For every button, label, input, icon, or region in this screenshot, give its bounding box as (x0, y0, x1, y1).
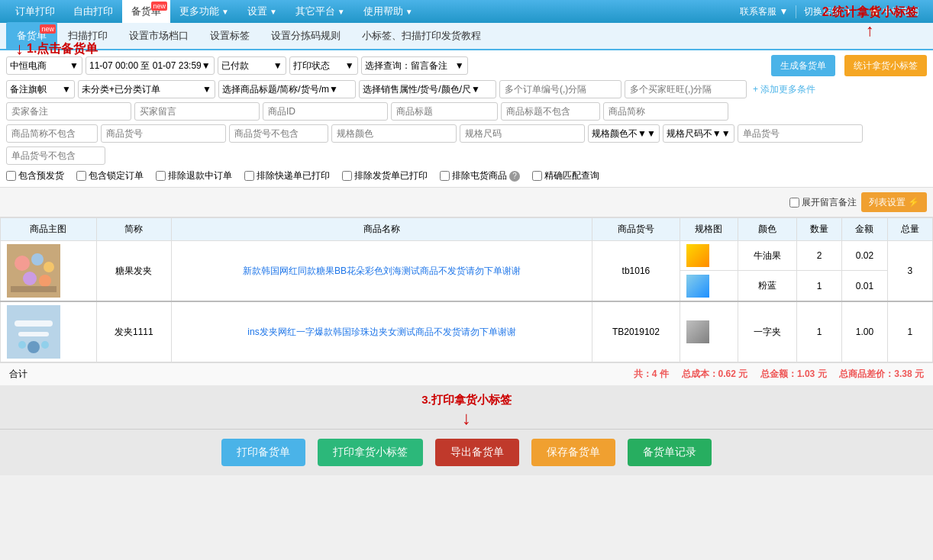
total-amount: 总金额：1.03 元 (760, 369, 827, 379)
subnav-stock-list[interactable]: 备货单 new (6, 22, 57, 50)
stock-record-btn[interactable]: 备货单记录 (628, 439, 712, 466)
add-condition-link[interactable]: + 添加更多条件 (753, 83, 815, 96)
svg-rect-8 (15, 320, 53, 327)
short-name-exclude-input[interactable] (6, 124, 98, 143)
col-color: 颜色 (738, 218, 797, 241)
product-1-spec-2-color: 粉蓝 (738, 271, 797, 301)
subnav-new-badge: new (40, 24, 56, 34)
subnav-label-settings[interactable]: 设置标签 (199, 22, 260, 50)
nav-more-functions[interactable]: 更多功能 ▼ (170, 0, 238, 23)
product-id-input[interactable] (263, 102, 388, 121)
subnav-tutorial[interactable]: 小标签、扫描打印发货教程 (351, 22, 492, 50)
subnav-market-settings[interactable]: 设置市场档口 (118, 22, 199, 50)
nav-free-print[interactable]: 自由打印 (64, 0, 122, 23)
switch-shop[interactable]: 切换店铺 ▼ (796, 5, 860, 18)
product-title-input[interactable] (391, 102, 498, 121)
print-stock-btn[interactable]: 打印备货单 (221, 439, 305, 466)
question-icon[interactable]: ? (509, 171, 520, 182)
step3-annotation: 3.打印拿货小标签 (421, 393, 512, 406)
shop-name[interactable]: 🏠 中恒电商 (861, 5, 927, 18)
expand-remark-label[interactable]: 展开留言备注 (789, 196, 857, 209)
include-locked[interactable]: 包含锁定订单 (76, 169, 144, 182)
col-spec-img: 规格图 (680, 218, 738, 241)
subnav-sort-rules[interactable]: 设置分拣码规则 (260, 22, 351, 50)
help-arrow: ▼ (405, 8, 413, 16)
shop-select[interactable]: 中恒电商▼ (6, 56, 82, 75)
sub-nav: 备货单 new 扫描打印 设置市场档口 设置标签 设置分拣码规则 小标签、扫描打… (0, 23, 933, 50)
print-status-select[interactable]: 打印状态▼ (289, 56, 358, 75)
product-1-name-link[interactable]: 新款韩国网红同款糖果BB花朵彩色刘海测试商品不发货请勿下单谢谢 (243, 266, 521, 276)
exclude-ship-printed[interactable]: 排除发货单已打印 (342, 169, 428, 182)
list-settings-btn[interactable]: 列表设置 ⚡ (861, 192, 927, 212)
product-1-no: tb1016 (592, 241, 680, 302)
expand-remark-checkbox[interactable] (789, 198, 799, 208)
checkbox-row: 包含预发货 包含锁定订单 排除退款中订单 排除快递单已打印 排除发货单已打印 排… (6, 169, 927, 182)
product-1-spec-2-qty: 1 (796, 271, 841, 301)
more-functions-arrow: ▼ (221, 8, 229, 16)
save-stock-btn[interactable]: 保存备货单 (531, 439, 615, 466)
spec-color-input[interactable] (331, 124, 457, 143)
svg-point-5 (39, 275, 51, 287)
product-1-spec-2-price: 0.01 (842, 271, 887, 301)
product-title-exclude-input[interactable] (501, 102, 600, 121)
stats-tag-btn[interactable]: 统计拿货小标签 (844, 55, 927, 76)
product-1-img (1, 241, 97, 302)
exclude-courier-printed[interactable]: 排除快递单已打印 (244, 169, 330, 182)
sales-attr-select[interactable]: 选择销售属性/货号/颜色/尺▼ (359, 80, 496, 98)
exact-match[interactable]: 精确匹配查询 (532, 169, 599, 182)
order-no-input[interactable] (499, 80, 621, 98)
product-2-name-link[interactable]: ins发夹网红一字爆款韩国珍珠边夹女测试商品不发货请勿下单谢谢 (247, 327, 515, 337)
product-2-spec-1-img (680, 301, 738, 362)
product-title-select[interactable]: 选择商品标题/简称/货号/m▼ (218, 80, 356, 98)
buyer-message-input[interactable] (134, 102, 260, 121)
nav-settings[interactable]: 设置 ▼ (238, 0, 286, 23)
top-nav-right: 联系客服 ▼ 切换店铺 ▼ 🏠 中恒电商 (732, 5, 927, 18)
spec-thumb-2 (686, 275, 709, 298)
contact-service[interactable]: 联系客服 ▼ (732, 5, 796, 18)
table-footer: 合计 共：4 件 总成本：0.62 元 总金额：1.03 元 总商品差价：3.3… (0, 362, 933, 385)
pay-status-select[interactable]: 已付款▼ (218, 56, 286, 75)
wangwang-input[interactable] (625, 80, 747, 98)
export-stock-btn[interactable]: 导出备货单 (435, 439, 519, 466)
generate-stock-btn[interactable]: 生成备货单 (771, 55, 835, 76)
top-nav: 订单打印 自由打印 备货单 new 更多功能 ▼ 设置 ▼ 其它平台 ▼ 使用帮… (0, 0, 933, 23)
nav-order-print[interactable]: 订单打印 (6, 0, 64, 23)
step3-annotation-area: 3.打印拿货小标签 ↓ (0, 385, 933, 429)
product-1-spec-1-color: 牛油果 (738, 241, 797, 271)
svg-point-2 (31, 253, 44, 266)
order-category-select[interactable]: 未分类+已分类订单▼ (78, 80, 215, 98)
total-diff: 总商品差价：3.38 元 (839, 369, 924, 379)
spec-color-exclude-select[interactable]: 规格颜色不▼▼ (588, 124, 660, 143)
date-range-select[interactable]: 11-07 00:00 至 01-07 23:59▼ (86, 56, 215, 75)
spec-size-exclude-select[interactable]: 规格尺码不▼▼ (663, 124, 734, 143)
product-2-name: ins发夹网红一字爆款韩国珍珠边夹女测试商品不发货请勿下单谢谢 (171, 301, 592, 362)
spec-size-input[interactable] (460, 124, 585, 143)
seller-remark-input[interactable] (6, 102, 131, 121)
single-no-exclude-input[interactable] (6, 146, 105, 165)
total-cost: 总成本：0.62 元 (682, 369, 748, 379)
remark-flag-select[interactable]: 备注旗帜▼ (6, 80, 75, 98)
product-1-spec-1-img (680, 241, 738, 271)
filter-row-4: 规格颜色不▼▼ 规格尺码不▼▼ (6, 124, 927, 143)
exclude-refund[interactable]: 排除退款中订单 (156, 169, 232, 182)
table-toolbar: 展开留言备注 列表设置 ⚡ (0, 188, 933, 217)
footer-summary: 共：4 件 总成本：0.62 元 总金额：1.03 元 总商品差价：3.38 元 (634, 368, 924, 381)
table-header-row: 商品主图 简称 商品名称 商品货号 规格图 颜色 数量 金额 总量 (1, 218, 933, 241)
nav-stock-list[interactable]: 备货单 new (122, 0, 170, 23)
product-short-name-input[interactable] (603, 102, 728, 121)
filters-area: 中恒电商▼ 11-07 00:00 至 01-07 23:59▼ 已付款▼ 打印… (0, 50, 933, 188)
nav-other-platforms[interactable]: 其它平台 ▼ (286, 0, 354, 23)
col-total-qty: 总量 (887, 218, 932, 241)
nav-help[interactable]: 使用帮助 ▼ (354, 0, 422, 23)
subnav-scan-print[interactable]: 扫描打印 (57, 22, 118, 50)
total-pieces: 共：4 件 (634, 369, 669, 379)
filter-row-5 (6, 146, 927, 165)
query-select[interactable]: 选择查询：留言备注▼ (361, 56, 468, 75)
footer-total-label: 合计 (9, 368, 27, 381)
include-pre-ship[interactable]: 包含预发货 (6, 169, 64, 182)
exclude-stockpile[interactable]: 排除屯货商品 ? (440, 169, 520, 182)
single-no-input[interactable] (738, 124, 863, 143)
product-no-exclude-input[interactable] (229, 124, 328, 143)
product-no-input[interactable] (101, 124, 226, 143)
print-tag-btn[interactable]: 打印拿货小标签 (318, 439, 423, 466)
